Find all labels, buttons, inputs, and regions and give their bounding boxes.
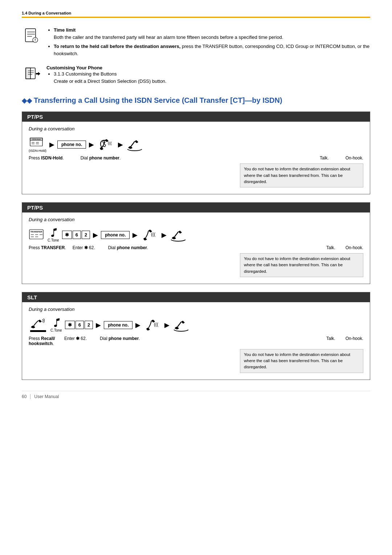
customising-item1: 3.1.3 Customising the Buttons [54, 71, 117, 77]
keys-2: ✱ 6 2 [62, 231, 90, 239]
device-header-ptps-1: PT/PS [22, 112, 370, 122]
phone-no-box-2: phone no. [101, 231, 130, 239]
talk-icon-1: ((( [97, 137, 115, 152]
arrow-3a: ▶ [96, 321, 101, 329]
svg-text:TRANSFER: TRANSFER [30, 231, 42, 233]
arrow-1b: ▶ [89, 141, 94, 149]
customising-item1-desc: Create or edit a Direct Station Selectio… [54, 78, 167, 84]
section-title: 1.4 During a Conversation [22, 11, 71, 15]
diamond-icon: ◆◆ [22, 97, 34, 104]
arrow-2a: ▶ [93, 231, 98, 239]
talk-svg-1: ((( [97, 137, 115, 152]
keys-3: ✱ 6 2 [65, 321, 93, 329]
svg-text:!: ! [34, 38, 36, 42]
note-box-1: You do not have to inform the destinatio… [240, 163, 363, 187]
two-key-3: 2 [85, 321, 93, 329]
label-talk-2: Talk. [326, 245, 335, 250]
talk-icon-3: ((( [143, 318, 162, 332]
ctone-svg-3 [52, 317, 60, 328]
talk-svg-2: ((( [140, 228, 159, 242]
footer-manual: User Manual [34, 394, 59, 399]
return-note-bold: To return to the held call before the de… [54, 44, 180, 49]
customise-icon [22, 66, 40, 81]
note-box-3: You do not have to inform the destinatio… [240, 349, 363, 373]
label-talk-3: Talk. [326, 336, 335, 341]
ctone-icon-2: C.Tone [48, 227, 59, 242]
svg-text:(((: ((( [108, 141, 112, 145]
footer-page: 60 [22, 394, 26, 399]
star-key-2: ✱ [62, 231, 72, 239]
transfer-svg: TRANSFER [29, 229, 45, 241]
time-limit-body: Both the caller and the transferred part… [54, 35, 283, 40]
label-enter62-2: Enter ✱ 62. [73, 245, 102, 250]
page-footer: 60 User Manual [22, 391, 370, 399]
phone-no-box-3: phone no. [104, 321, 132, 329]
device-body-ptps-2: During a conversation TRANSFER [22, 212, 370, 284]
customising-title: Customising Your Phone [46, 65, 102, 70]
page: 1.4 During a Conversation ! Time limit B… [0, 0, 392, 555]
label-isdn-hold: Press ISDN-Hold. [29, 155, 64, 161]
svg-text:(((: ((( [154, 322, 158, 327]
labels-row-1: Press ISDN-Hold. Dial phone number. Talk… [29, 155, 363, 161]
customising-section: Customising Your Phone 3.1.3 Customising… [22, 65, 370, 87]
device-box-slt: SLT During a conversation [22, 292, 370, 380]
labels-row-3: Press Recall/hookswitch. Enter ✱ 62. Dia… [29, 336, 363, 346]
star-key-3: ✱ [65, 321, 75, 329]
flow-row-3: C.Tone ✱ 6 2 ▶ phone no. ▶ ((( [29, 317, 363, 333]
label-transfer: Press TRANSFER. [29, 245, 66, 250]
arrow-1c: ▶ [118, 141, 123, 149]
svg-rect-7 [26, 68, 30, 79]
label-talk-1: Talk. [320, 155, 329, 161]
two-key-2: 2 [82, 231, 90, 239]
label-onhook-2: On-hook. [346, 245, 363, 250]
device-header-slt: SLT [22, 292, 370, 302]
during-conv-3: During a conversation [29, 307, 363, 312]
ctone-svg-2 [49, 227, 57, 238]
onhook-svg-3 [172, 318, 190, 332]
isdn-hold-icon: ISDN-Hold (ISDN-Hold) [29, 137, 46, 153]
svg-rect-28 [30, 330, 46, 332]
onhook-icon-1 [126, 138, 143, 151]
flow-row-1: ISDN-Hold (ISDN-Hold) ▶ phone no. ▶ [29, 137, 363, 153]
time-limit-title: Time limit [54, 27, 75, 33]
label-dial-3: Dial phone number. [100, 336, 140, 341]
label-onhook-3: On-hook. [346, 336, 363, 341]
onhook-svg-2 [170, 228, 187, 242]
label-dial-2: Dial phone number. [108, 245, 148, 250]
talk-icon-2: ((( [140, 228, 159, 242]
arrow-3c: ▶ [164, 321, 170, 329]
transfer-icon: TRANSFER [29, 229, 45, 241]
device-body-ptps-1: During a conversation ISDN-Hold (ISDN-Ho… [22, 122, 370, 194]
device-header-ptps-2: PT/PS [22, 203, 370, 212]
arrow-2c: ▶ [162, 231, 167, 239]
talk-svg-3: ((( [143, 318, 162, 332]
label-enter62-3: Enter ✱ 62. [64, 336, 93, 341]
during-conv-2: During a conversation [29, 217, 363, 222]
section-header: 1.4 During a Conversation [22, 11, 370, 18]
device-box-ptps-1: PT/PS During a conversation ISDN-Hold [22, 112, 370, 194]
onhook-icon-3 [172, 318, 190, 332]
ctone-icon-3: C.Tone [50, 317, 62, 332]
note-icon: ! [23, 27, 39, 43]
labels-row-2: Press TRANSFER. Enter ✱ 62. Dial phone n… [29, 245, 363, 250]
phone-no-box-1: phone no. [57, 141, 86, 149]
label-recall: Press Recall/hookswitch. [29, 336, 58, 346]
svg-text:(((: ((( [151, 232, 155, 237]
note-box-2: You do not have to inform the destinatio… [240, 253, 363, 277]
onhook-icon-2 [170, 228, 187, 242]
six-key-2: 6 [73, 231, 81, 239]
time-limit-content: Time limit Both the caller and the trans… [46, 27, 370, 59]
isdn-hold-svg: ISDN-Hold [29, 137, 46, 149]
arrow-3b: ▶ [135, 321, 140, 329]
time-limit-section: ! Time limit Both the caller and the tra… [22, 27, 370, 59]
onhook-svg-1 [126, 138, 143, 151]
during-conv-1: During a conversation [29, 126, 363, 131]
label-onhook-1: On-hook. [346, 155, 363, 161]
note-icon-area: ! [22, 27, 41, 43]
footer-separator [30, 394, 30, 399]
arrow-2b: ▶ [132, 231, 138, 239]
slt-svg [29, 317, 48, 333]
label-dial-1: Dial phone number. [81, 155, 121, 161]
six-key-3: 6 [75, 321, 84, 329]
slt-icon [29, 317, 48, 333]
